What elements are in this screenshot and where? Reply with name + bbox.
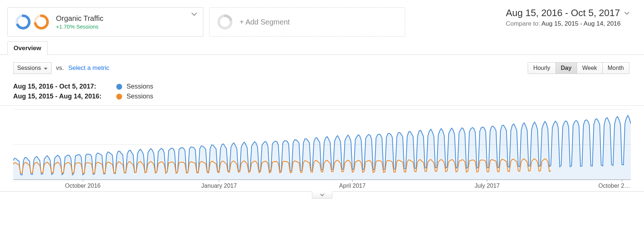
date-range-compare: Compare to: Aug 15, 2015 - Aug 14, 2016 [506, 20, 621, 27]
legend-metric-b: Sessions [127, 93, 153, 100]
expand-handle[interactable] [312, 191, 332, 199]
date-range-main: Aug 15, 2016 - Oct 5, 2017 [506, 7, 621, 19]
chevron-down-icon [191, 11, 197, 17]
metric-dropdown-label: Sessions [17, 65, 41, 71]
granularity-week[interactable]: Week [577, 63, 602, 74]
metric-dropdown[interactable]: Sessions [13, 62, 52, 74]
segment-title: Organic Traffic [56, 14, 103, 23]
legend-metric-a: Sessions [127, 83, 153, 90]
legend-range-a: Aug 15, 2016 - Oct 5, 2017: [13, 83, 112, 90]
donut-icon-grey [217, 14, 233, 30]
vs-label: vs. [56, 64, 64, 72]
svg-text:January 2017: January 2017 [201, 182, 237, 189]
donut-icon-orange [33, 14, 49, 30]
svg-text:July 2017: July 2017 [475, 182, 500, 189]
caret-down-icon [44, 65, 48, 71]
legend-dot-blue [116, 84, 122, 90]
add-segment-label: + Add Segment [240, 18, 290, 26]
granularity-hourly[interactable]: Hourly [528, 63, 555, 74]
svg-marker-3 [44, 68, 48, 70]
segment-donut-icons [15, 14, 49, 30]
chevron-down-icon [624, 10, 629, 16]
legend-dot-orange [116, 94, 122, 100]
granularity-switch: Hourly Day Week Month [528, 62, 629, 74]
legend-range-b: Aug 15, 2015 - Aug 14, 2016: [13, 93, 112, 100]
svg-text:April 2017: April 2017 [339, 182, 365, 189]
add-segment-button[interactable]: + Add Segment [209, 7, 405, 37]
svg-text:October 2…: October 2… [598, 182, 630, 189]
segment-card[interactable]: Organic Traffic +1.70% Sessions [7, 7, 203, 37]
chart-legend: Aug 15, 2016 - Oct 5, 2017: Sessions Aug… [0, 78, 644, 106]
donut-icon-blue [15, 14, 31, 30]
tab-overview[interactable]: Overview [7, 41, 48, 55]
granularity-month[interactable]: Month [602, 63, 629, 74]
date-range-picker[interactable]: Aug 15, 2016 - Oct 5, 2017 Compare to: A… [506, 7, 629, 27]
sessions-chart: October 2016January 2017April 2017July 2… [13, 107, 631, 191]
svg-text:October 2016: October 2016 [65, 182, 101, 189]
select-metric-link[interactable]: Select a metric [68, 64, 109, 72]
granularity-day[interactable]: Day [556, 63, 577, 74]
segment-delta: +1.70% Sessions [56, 23, 103, 30]
